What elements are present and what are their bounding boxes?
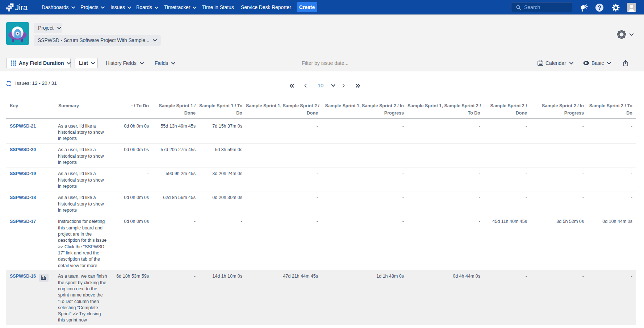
- svg-text:?: ?: [598, 4, 601, 11]
